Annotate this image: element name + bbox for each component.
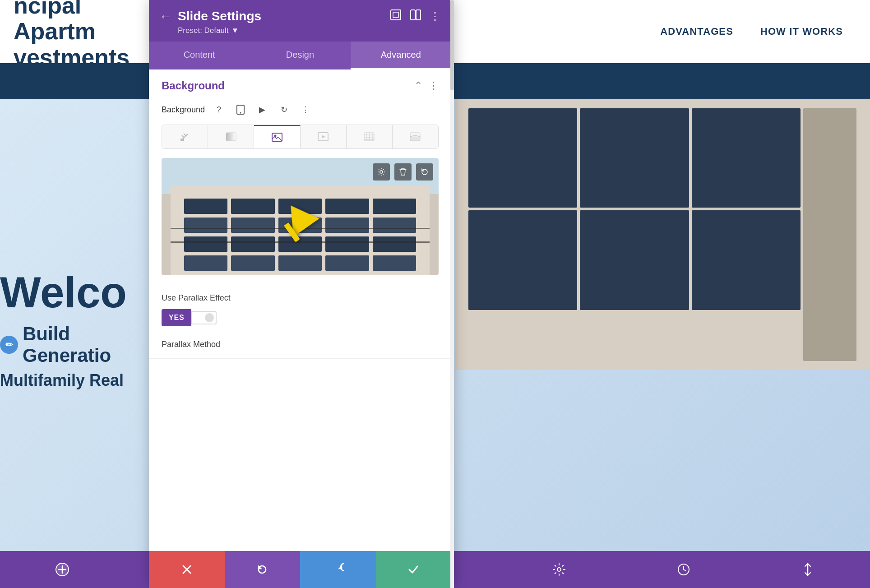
svg-rect-7: [226, 133, 236, 141]
panel-body[interactable]: Background ⌃ ⋮ Background ? ▶ ↻ ⋮: [149, 69, 451, 551]
redo-button[interactable]: [300, 551, 376, 588]
svg-point-5: [240, 112, 241, 114]
hero-sub1: ✏ Build Generatio: [0, 323, 149, 366]
hero-sub2: Multifamily Real: [0, 371, 149, 390]
section-title: Background: [162, 79, 225, 92]
more-options-icon[interactable]: ⋮: [430, 10, 440, 23]
image-reset-icon[interactable]: [416, 163, 433, 181]
svg-rect-3: [416, 10, 421, 20]
image-overlay-icons: [373, 163, 433, 181]
bg-type-video[interactable]: [301, 125, 347, 148]
save-button[interactable]: [376, 551, 452, 588]
section-header-icons: ⌃ ⋮: [414, 80, 439, 92]
section-header: Background ⌃ ⋮: [149, 69, 451, 102]
bg-reset-icon[interactable]: ↻: [276, 102, 292, 117]
panel-tabs: Content Design Advanced: [149, 42, 451, 69]
section-more-icon[interactable]: ⋮: [429, 80, 439, 92]
bg-controls-row: Background ? ▶ ↻ ⋮: [149, 102, 451, 125]
panel-scroll-thumb[interactable]: [450, 0, 454, 90]
website-nav-links: ADVANTAGES HOW IT WORKS: [660, 26, 843, 37]
panel-header: ← Slide Settings ⋮: [149, 0, 451, 42]
tab-content[interactable]: Content: [149, 42, 250, 69]
building-image: [455, 99, 870, 370]
panel-title: Slide Settings: [178, 9, 261, 23]
svg-rect-1: [393, 12, 398, 18]
panel-preset[interactable]: Preset: Default ▼: [178, 26, 440, 35]
back-button[interactable]: ←: [160, 9, 171, 23]
bg-type-gradient[interactable]: [208, 125, 254, 148]
bottom-history-button[interactable]: [665, 551, 702, 588]
bottom-settings-button[interactable]: [541, 551, 578, 588]
bg-label: Background: [162, 105, 205, 115]
parallax-method-label: Parallax Method: [162, 340, 439, 349]
hero-text: Welco ✏ Build Generatio Multifamily Real: [0, 271, 149, 390]
svg-marker-11: [322, 135, 325, 139]
svg-point-21: [380, 171, 383, 173]
website-logo: ncipal Apartm vestments: [0, 0, 149, 63]
image-preview-container: [162, 158, 439, 275]
image-settings-icon[interactable]: [373, 163, 390, 181]
bg-help-icon[interactable]: ?: [211, 102, 227, 117]
bottom-move-button[interactable]: [789, 551, 826, 588]
tab-design[interactable]: Design: [250, 42, 350, 69]
nav-how-it-works[interactable]: HOW IT WORKS: [760, 26, 843, 37]
toggle-yes-label: YES: [162, 309, 191, 326]
bg-mobile-icon[interactable]: [233, 102, 248, 117]
svg-rect-2: [411, 10, 415, 20]
bg-type-image[interactable]: [254, 125, 300, 148]
bottom-add-button[interactable]: [44, 551, 81, 588]
bg-type-color[interactable]: [162, 125, 208, 148]
parallax-method-section: Parallax Method: [149, 335, 451, 358]
svg-rect-8: [272, 133, 282, 141]
parallax-section: Use Parallax Effect YES: [149, 284, 451, 335]
toggle-row: YES: [162, 309, 439, 326]
expand-icon[interactable]: [390, 9, 402, 23]
collapse-icon[interactable]: ⌃: [414, 80, 422, 92]
tab-advanced[interactable]: Advanced: [351, 42, 451, 69]
bg-cursor-icon[interactable]: ▶: [255, 102, 270, 117]
panel-header-top: ← Slide Settings ⋮: [160, 9, 440, 23]
panel-scrollbar[interactable]: [450, 0, 454, 588]
nav-advantages[interactable]: ADVANTAGES: [660, 26, 733, 37]
panel-footer: [149, 551, 451, 588]
panel-header-icons: ⋮: [390, 9, 440, 23]
bg-type-pattern[interactable]: [347, 125, 393, 148]
bg-type-row: [162, 125, 439, 149]
panel-title-group: ← Slide Settings: [160, 9, 261, 23]
background-section: Background ⌃ ⋮ Background ? ▶ ↻ ⋮: [149, 69, 451, 359]
apartment-image-right: [455, 99, 870, 370]
reset-button[interactable]: [225, 551, 301, 588]
cancel-button[interactable]: [149, 551, 225, 588]
slide-settings-panel: ← Slide Settings ⋮: [149, 0, 451, 588]
svg-rect-20: [410, 137, 420, 141]
parallax-toggle[interactable]: [191, 311, 217, 324]
hero-icon: ✏: [0, 336, 18, 354]
svg-rect-6: [180, 139, 184, 141]
hero-welcome: Welco: [0, 271, 149, 314]
website-logo-text: ncipal Apartm vestments: [14, 0, 149, 70]
bg-type-mask[interactable]: [393, 125, 438, 148]
svg-rect-0: [391, 10, 401, 20]
image-delete-icon[interactable]: [394, 163, 412, 181]
bg-more-icon[interactable]: ⋮: [298, 102, 313, 117]
svg-point-29: [557, 568, 561, 571]
columns-icon[interactable]: [410, 9, 421, 23]
parallax-label: Use Parallax Effect: [162, 293, 439, 303]
